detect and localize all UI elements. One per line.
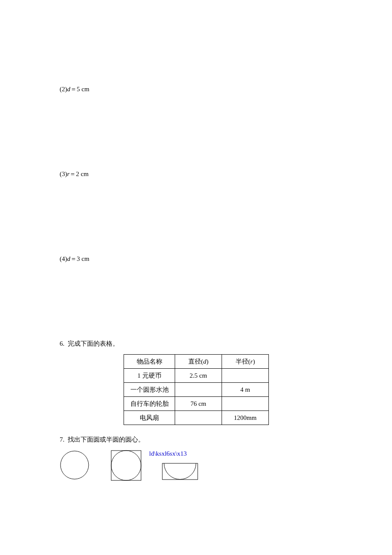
table-row: 电风扇 1200mm [124, 411, 269, 425]
q7-text: 找出下面圆或半圆的圆心。 [68, 436, 144, 443]
header-name: 物品名称 [124, 355, 175, 369]
table-row: 自行车的轮胎 76 cm [124, 397, 269, 411]
circle-icon [60, 450, 89, 480]
cell-name: 1 元硬币 [124, 369, 175, 383]
cell-r: 1200mm [222, 411, 269, 425]
header-radius: 半径(r) [222, 355, 269, 369]
cell-d [175, 411, 222, 425]
q6-table-container: 物品名称 直径(d) 半径(r) 1 元硬币 2.5 cm 一个圆形水池 [124, 354, 349, 425]
header-diameter: 直径(d) [175, 355, 222, 369]
cell-d [175, 383, 222, 397]
square-circle-icon [111, 450, 141, 481]
cell-r [222, 397, 269, 411]
question-7: 7.找出下面圆或半圆的圆心。 ld\ksxl6sx\x13 [60, 436, 349, 484]
item2-eq: ＝5 cm [70, 86, 89, 92]
semicircle-icon [162, 463, 198, 480]
problem-item-2: (2)d＝5 cm [60, 85, 349, 93]
item2-prefix: (2) [60, 86, 67, 92]
cell-r [222, 369, 269, 383]
q6-text: 完成下面的表格。 [68, 340, 119, 347]
question-6: 6.完成下面的表格。 物品名称 直径(d) 半径(r) 1 元硬币 2.5 cm [60, 340, 349, 425]
cell-name: 自行车的轮胎 [124, 397, 175, 411]
table-row: 1 元硬币 2.5 cm [124, 369, 269, 383]
item4-prefix: (4) [60, 255, 67, 262]
cell-name: 一个圆形水池 [124, 383, 175, 397]
q6-label: 6.完成下面的表格。 [60, 340, 349, 348]
cell-d: 76 cm [175, 397, 222, 411]
q7-num: 7. [60, 436, 64, 443]
q6-table: 物品名称 直径(d) 半径(r) 1 元硬币 2.5 cm 一个圆形水池 [124, 354, 269, 425]
q7-figures: ld\ksxl6sx\x13 [60, 450, 349, 484]
svg-rect-3 [162, 463, 198, 480]
svg-point-0 [61, 451, 89, 479]
item3-eq: ＝2 cm [69, 171, 89, 177]
item3-prefix: (3) [60, 171, 67, 177]
item2-var: d [67, 86, 71, 92]
q6-num: 6. [60, 340, 64, 347]
item4-eq: ＝3 cm [70, 255, 89, 262]
item4-var: d [67, 255, 71, 262]
cell-r: 4 m [222, 383, 269, 397]
cell-d: 2.5 cm [175, 369, 222, 383]
svg-point-2 [111, 451, 141, 480]
table-row: 一个圆形水池 4 m [124, 383, 269, 397]
blue-path-text: ld\ksxl6sx\x13 [149, 450, 187, 457]
table-header-row: 物品名称 直径(d) 半径(r) [124, 355, 269, 369]
q7-label: 7.找出下面圆或半圆的圆心。 [60, 436, 349, 444]
cell-name: 电风扇 [124, 411, 175, 425]
problem-item-3: (3)r＝2 cm [60, 170, 349, 178]
problem-item-4: (4)d＝3 cm [60, 255, 349, 263]
